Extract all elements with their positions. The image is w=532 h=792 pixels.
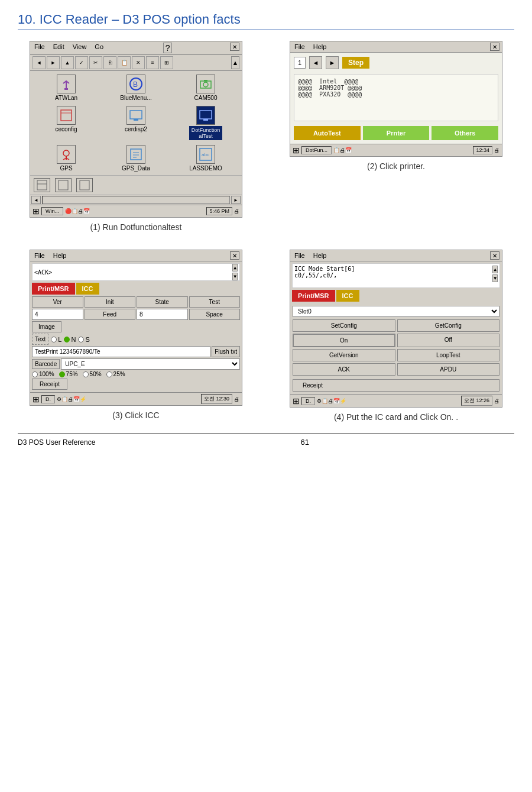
log-scroll-down[interactable]: ▼: [232, 273, 238, 280]
tab-icc-3[interactable]: ICC: [76, 283, 99, 295]
window-1: File Edit View Go ? ✕ ◄ ► ▲ ✓ ✂ ⎘ 📋 ✕ ≡ …: [30, 41, 242, 218]
svg-text:B: B: [133, 80, 138, 89]
off-button[interactable]: Off: [397, 334, 500, 347]
icon-cam500[interactable]: CAM500: [173, 75, 238, 101]
icon-gps-data[interactable]: GPS_Data: [103, 145, 168, 172]
view-btn[interactable]: ⊞: [160, 56, 173, 69]
icc-version-row: GetVersion LoopTest: [293, 349, 499, 361]
menu-file-2[interactable]: File: [293, 43, 307, 51]
autotest-button[interactable]: AutoTest: [294, 126, 361, 140]
radio-s[interactable]: S: [78, 336, 89, 343]
receipt-button-4[interactable]: Receipt: [293, 379, 499, 392]
icon-gps[interactable]: GPS: [34, 145, 99, 172]
tab-printmsr-4[interactable]: Print/MSR: [292, 290, 335, 302]
space-button[interactable]: Space: [189, 309, 241, 320]
print-text-input[interactable]: [32, 346, 210, 357]
barcode-select[interactable]: UPC_E: [61, 358, 240, 370]
menu-file-1[interactable]: File: [33, 43, 47, 53]
on-button[interactable]: On: [293, 334, 395, 347]
apdu-button[interactable]: APDU: [397, 363, 500, 376]
icon-lassdemo[interactable]: abc LASSDEMO: [173, 145, 238, 172]
setconfig-button[interactable]: SetConfig: [293, 319, 395, 332]
step-back-btn[interactable]: ◄: [309, 56, 322, 69]
menu-go-1[interactable]: Go: [93, 43, 105, 53]
svg-rect-6: [61, 110, 72, 121]
copy-btn[interactable]: ⎘: [103, 56, 116, 69]
windows-logo-1[interactable]: ⊞: [33, 206, 40, 216]
menu-file-4[interactable]: File: [293, 251, 307, 260]
delete-btn[interactable]: ✕: [132, 56, 145, 69]
paste-btn[interactable]: 📋: [118, 56, 131, 69]
step-forward-btn[interactable]: ►: [326, 56, 339, 69]
scroll-right[interactable]: ►: [231, 196, 241, 204]
windows-logo-4[interactable]: ⊞: [293, 396, 300, 406]
cut-btn[interactable]: ✂: [89, 56, 102, 69]
scroll-up-1[interactable]: ▲: [231, 56, 239, 69]
test-button[interactable]: Test: [189, 296, 241, 308]
log-scroll-up-4[interactable]: ▲: [492, 266, 498, 273]
back-btn[interactable]: ◄: [33, 56, 46, 69]
icon-cerdisp2[interactable]: cerdisp2: [103, 106, 168, 140]
receipt-button-3[interactable]: Receipt: [32, 379, 67, 390]
close-button-3[interactable]: ✕: [230, 251, 239, 260]
taskbar-app-1[interactable]: Win...: [41, 207, 63, 215]
flush-button[interactable]: Flush txt: [212, 346, 240, 357]
text-button[interactable]: Text: [32, 334, 48, 345]
list-btn[interactable]: ≡: [146, 56, 159, 69]
screenshots-grid: File Edit View Go ? ✕ ◄ ► ▲ ✓ ✂ ⎘ 📋 ✕ ≡ …: [18, 41, 514, 422]
close-button-4[interactable]: ✕: [490, 251, 499, 260]
forward-btn[interactable]: ►: [47, 56, 60, 69]
taskbar-icons-3: ⚙📋🖨📅⚡: [57, 396, 86, 402]
log-scroll-down-4[interactable]: ▼: [492, 274, 498, 282]
ver-button[interactable]: Ver: [32, 296, 83, 308]
log-scroll-up[interactable]: ▲: [232, 264, 238, 271]
input-4[interactable]: [32, 309, 83, 320]
taskbar-app-3[interactable]: D.: [41, 395, 55, 403]
menu-edit-1[interactable]: Edit: [51, 43, 66, 53]
icon-dotfunctional[interactable]: DotFunctionalTest: [173, 106, 238, 140]
menu-file-3[interactable]: File: [33, 251, 47, 260]
radio-50[interactable]: 50%: [83, 371, 102, 377]
getconfig-button[interactable]: GetConfig: [397, 319, 500, 332]
caption-4: (4) Put the IC card and Click On. .: [334, 412, 458, 422]
others-button[interactable]: Others: [432, 126, 498, 140]
icon-atwlan[interactable]: ATWLan: [34, 75, 99, 101]
up-btn[interactable]: ▲: [61, 56, 74, 69]
close-button-2[interactable]: ✕: [490, 43, 499, 51]
radio-100[interactable]: 100%: [32, 371, 54, 377]
menu-help-2[interactable]: Help: [312, 43, 329, 51]
help-icon-1[interactable]: ?: [163, 43, 173, 53]
radio-n[interactable]: N: [64, 336, 76, 343]
init-button[interactable]: Init: [85, 296, 136, 308]
tab-printmsr-3[interactable]: Print/MSR: [32, 283, 75, 295]
windows-logo-2[interactable]: ⊞: [293, 146, 300, 155]
input-8[interactable]: [137, 309, 188, 320]
taskbar-app-4[interactable]: D.: [301, 397, 315, 405]
ack-button[interactable]: ACK: [293, 363, 395, 376]
menu-help-3[interactable]: Help: [51, 251, 69, 260]
taskbar-print-4: 🖨: [494, 398, 499, 404]
scroll-left[interactable]: ◄: [31, 196, 41, 204]
icon-bluemenu[interactable]: B BlueMenu...: [103, 75, 168, 101]
getversion-button[interactable]: GetVersion: [293, 349, 395, 361]
radio-l[interactable]: L: [51, 336, 61, 343]
feed-button[interactable]: Feed: [85, 309, 136, 320]
radio-75[interactable]: 75%: [59, 371, 78, 377]
icon-ceconfig[interactable]: ceconfig: [34, 106, 99, 140]
radio-50-label: 50%: [90, 371, 102, 377]
prnter-button[interactable]: Prnter: [363, 126, 430, 140]
menubar-2: File Help ✕: [290, 41, 502, 53]
close-button-1[interactable]: ✕: [230, 43, 239, 51]
tab-icc-4[interactable]: ICC: [336, 290, 359, 302]
state-button[interactable]: State: [137, 296, 188, 308]
svg-point-4: [203, 82, 208, 87]
menu-help-4[interactable]: Help: [312, 251, 329, 260]
radio-25[interactable]: 25%: [106, 371, 125, 377]
image-button[interactable]: Image: [32, 321, 61, 332]
slot-select[interactable]: Slot0: [293, 306, 499, 317]
windows-logo-3[interactable]: ⊞: [33, 395, 40, 404]
taskbar-app-2[interactable]: DotFun...: [301, 146, 332, 154]
check-btn[interactable]: ✓: [75, 56, 88, 69]
menu-view-1[interactable]: View: [71, 43, 89, 53]
looptest-button[interactable]: LoopTest: [397, 349, 500, 361]
